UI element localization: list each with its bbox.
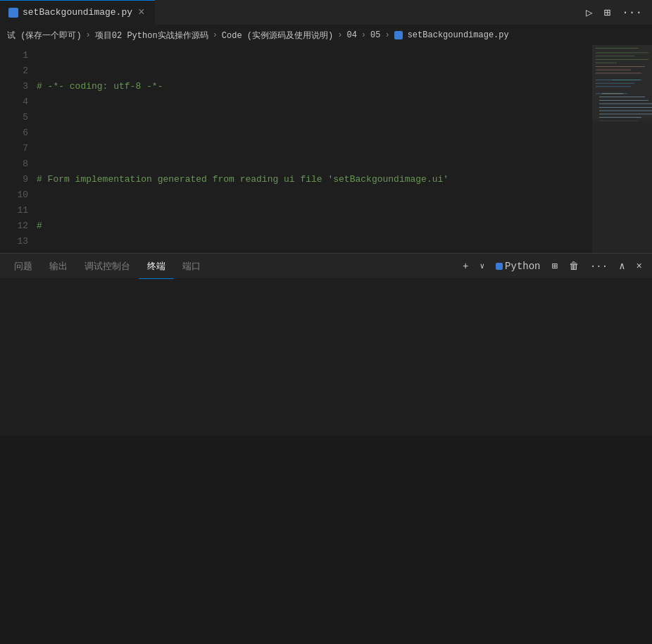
line-num-9: 9 bbox=[0, 172, 28, 187]
run-button[interactable]: ▷ bbox=[582, 3, 597, 23]
line-num-11: 11 bbox=[0, 203, 28, 218]
breadcrumb-sep-1: › bbox=[86, 30, 91, 40]
python-badge-label: Python bbox=[505, 261, 540, 272]
code-line-1: # -*- coding: utf-8 -*- bbox=[34, 79, 592, 94]
breadcrumb-item-6[interactable]: setBackgoundimage.py bbox=[408, 30, 509, 40]
breadcrumb-item-1[interactable]: 试 (保存一个即可) bbox=[7, 30, 82, 42]
breadcrumb-item-4[interactable]: 04 bbox=[346, 30, 356, 40]
tab-ports[interactable]: 端口 bbox=[174, 254, 209, 279]
tab-filename: setBackgoundimage.py bbox=[23, 7, 132, 18]
editor-area: 1 2 3 4 5 6 7 8 9 10 11 12 13 14 15 16 1… bbox=[0, 45, 652, 253]
file-tab[interactable]: setBackgoundimage.py × bbox=[0, 0, 156, 25]
line-num-10: 10 bbox=[0, 187, 28, 203]
breadcrumb-item-5[interactable]: 05 bbox=[370, 30, 380, 40]
line-num-2: 2 bbox=[0, 63, 28, 79]
breadcrumb: 试 (保存一个即可) › 项目02 Python实战操作源码 › Code (实… bbox=[0, 25, 652, 45]
code-line-3: # Form implementation generated from rea… bbox=[34, 172, 592, 187]
trash-terminal-button[interactable]: 🗑 bbox=[565, 259, 583, 274]
code-line-4: # bbox=[34, 218, 592, 234]
breadcrumb-sep-4: › bbox=[361, 30, 366, 40]
line-num-5: 5 bbox=[0, 110, 28, 125]
breadcrumb-sep-3: › bbox=[337, 30, 342, 40]
breadcrumb-file-icon bbox=[394, 31, 403, 39]
line-num-6: 6 bbox=[0, 125, 28, 141]
bottom-empty-area bbox=[0, 436, 652, 644]
breadcrumb-sep-2: › bbox=[213, 30, 218, 40]
python-file-icon bbox=[8, 8, 18, 18]
code-editor[interactable]: # -*- coding: utf-8 -*- # Form implement… bbox=[34, 45, 592, 253]
tab-debug-console[interactable]: 调试控制台 bbox=[76, 254, 139, 279]
breadcrumb-sep-5: › bbox=[384, 30, 389, 40]
terminal-more-button[interactable]: ··· bbox=[586, 259, 612, 274]
line-num-13: 13 bbox=[0, 234, 28, 249]
line-num-12: 12 bbox=[0, 218, 28, 234]
tab-debug-label: 调试控制台 bbox=[84, 260, 130, 273]
more-actions-button[interactable]: ··· bbox=[617, 4, 646, 22]
line-num-4: 4 bbox=[0, 94, 28, 110]
terminal-python-badge[interactable]: Python bbox=[491, 259, 544, 274]
tab-bar: setBackgoundimage.py × ▷ ⊞ ··· bbox=[0, 0, 652, 25]
line-num-1: 1 bbox=[0, 48, 28, 63]
tab-output-label: 输出 bbox=[49, 260, 68, 273]
svg-rect-24 bbox=[592, 45, 652, 119]
minimap bbox=[592, 45, 652, 253]
minimap-canvas bbox=[592, 45, 652, 253]
terminal-collapse-button[interactable]: ∧ bbox=[615, 258, 629, 274]
tab-problems-label: 问题 bbox=[14, 260, 32, 273]
terminal-content[interactable] bbox=[0, 279, 652, 436]
line-num-7: 7 bbox=[0, 141, 28, 156]
line-numbers: 1 2 3 4 5 6 7 8 9 10 11 12 13 14 15 16 1… bbox=[0, 45, 34, 253]
tab-close-button[interactable]: × bbox=[137, 6, 146, 20]
tab-terminal[interactable]: 终端 bbox=[139, 254, 174, 279]
code-line-2 bbox=[34, 125, 592, 141]
tab-actions: ▷ ⊞ ··· bbox=[582, 3, 652, 23]
tab-ports-label: 端口 bbox=[182, 260, 201, 273]
terminal-panel: 问题 输出 调试控制台 终端 端口 + ∨ Python ⊞ 🗑 ··· ∧ × bbox=[0, 253, 652, 436]
breadcrumb-item-3[interactable]: Code (实例源码及使用说明) bbox=[222, 30, 333, 42]
tab-output[interactable]: 输出 bbox=[41, 254, 76, 279]
terminal-tab-bar: 问题 输出 调试控制台 终端 端口 + ∨ Python ⊞ 🗑 ··· ∧ × bbox=[0, 254, 652, 279]
tab-problems[interactable]: 问题 bbox=[6, 254, 41, 279]
line-num-8: 8 bbox=[0, 156, 28, 172]
split-editor-button[interactable]: ⊞ bbox=[600, 3, 615, 23]
breadcrumb-item-2[interactable]: 项目02 Python实战操作源码 bbox=[95, 30, 208, 42]
terminal-add-dropdown[interactable]: ∨ bbox=[475, 259, 489, 273]
add-terminal-button[interactable]: + bbox=[458, 259, 472, 274]
split-terminal-button[interactable]: ⊞ bbox=[548, 258, 562, 274]
line-num-3: 3 bbox=[0, 79, 28, 94]
terminal-close-button[interactable]: × bbox=[632, 259, 646, 274]
tab-terminal-label: 终端 bbox=[147, 260, 165, 273]
terminal-actions: + ∨ Python ⊞ 🗑 ··· ∧ × bbox=[458, 258, 646, 274]
python-badge-icon bbox=[496, 263, 503, 270]
